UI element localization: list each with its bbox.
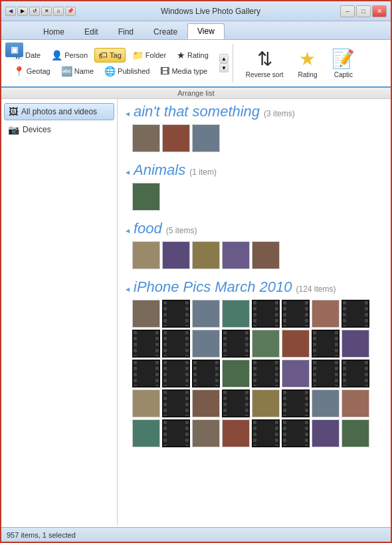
thumb[interactable] (222, 389, 250, 417)
thumb[interactable] (162, 124, 190, 152)
thumb[interactable] (192, 330, 220, 358)
sidebar-item-all-photos[interactable]: 🖼 All photos and videos (4, 103, 114, 120)
thumb[interactable] (312, 389, 340, 417)
minimize-button[interactable]: – (340, 5, 355, 17)
sidebar: 🖼 All photos and videos 📷 Devices (1, 99, 118, 525)
caption-button[interactable]: 📝 Captic (326, 45, 361, 82)
thumb[interactable] (222, 300, 250, 328)
tag-icon: 🏷 (98, 50, 108, 60)
thumb[interactable] (282, 389, 310, 417)
group-arrow-iphone[interactable]: ◂ (126, 284, 130, 294)
tab-view[interactable]: View (187, 23, 225, 39)
scroll-down-arrow[interactable]: ▼ (219, 63, 229, 72)
thumb[interactable] (132, 419, 160, 447)
thumb[interactable] (132, 183, 160, 211)
group-count-food: (5 items) (166, 226, 197, 235)
thumb[interactable] (342, 389, 369, 417)
published-button[interactable]: 🌐 Published (100, 64, 153, 78)
maximize-button[interactable]: □ (356, 5, 371, 17)
pin-button[interactable]: 📌 (65, 7, 76, 16)
group-animals: ◂ Animals (1 item) (124, 162, 384, 211)
thumb[interactable] (132, 389, 160, 417)
nav-controls[interactable]: ◀ ▶ ↺ ✕ ⌂ 📌 (5, 7, 76, 16)
app-menu-button[interactable]: ▣ (5, 43, 23, 57)
thumb[interactable] (162, 300, 190, 328)
thumb[interactable] (312, 300, 340, 328)
thumb[interactable] (282, 330, 310, 358)
thumb[interactable] (252, 241, 280, 269)
rating-big-button[interactable]: ★ Rating (292, 45, 324, 82)
content-area[interactable]: ◂ ain't that something (3 items) ◂ Anima… (118, 99, 391, 525)
thumb[interactable] (312, 330, 340, 358)
thumb[interactable] (342, 330, 369, 358)
name-icon: 🔤 (61, 66, 72, 76)
geotag-button[interactable]: 📍 Geotag (9, 64, 54, 78)
caption-icon: 📝 (332, 48, 355, 70)
thumb[interactable] (252, 330, 280, 358)
thumb[interactable] (132, 124, 160, 152)
group-aint: ◂ ain't that something (3 items) (124, 103, 384, 152)
folder-button[interactable]: 📁 Folder (128, 48, 170, 62)
thumb[interactable] (132, 330, 160, 358)
back-button[interactable]: ◀ (5, 7, 16, 16)
thumb[interactable] (192, 300, 220, 328)
tag-button[interactable]: 🏷 Tag (94, 48, 126, 62)
thumb[interactable] (162, 360, 190, 387)
thumb[interactable] (132, 241, 160, 269)
thumb[interactable] (342, 300, 369, 328)
group-arrow-aint[interactable]: ◂ (126, 109, 130, 118)
status-bar: 957 items, 1 selected (1, 527, 391, 542)
sidebar-item-devices[interactable]: 📷 Devices (4, 122, 114, 138)
reverse-sort-button[interactable]: ⇅ Reverse sort (240, 45, 290, 82)
ribbon-body: 📅 Date 👤 Person 🏷 Tag 📁 Folder ★ Rating (1, 40, 391, 88)
thumb[interactable] (192, 389, 220, 417)
thumb[interactable] (192, 419, 220, 447)
close-button[interactable]: ✕ (372, 5, 387, 17)
thumb[interactable] (252, 360, 280, 387)
tab-find[interactable]: Find (108, 24, 144, 39)
thumb[interactable] (222, 360, 250, 387)
window-controls[interactable]: – □ ✕ (340, 5, 387, 17)
group-title-animals: Animals (134, 162, 185, 179)
group-arrow-food[interactable]: ◂ (126, 226, 130, 235)
forward-button[interactable]: ▶ (17, 7, 28, 16)
thumb[interactable] (132, 360, 160, 387)
stop-button[interactable]: ✕ (41, 7, 52, 16)
devices-icon: 📷 (8, 124, 19, 135)
thumb[interactable] (252, 300, 280, 328)
thumb[interactable] (222, 419, 250, 447)
thumb[interactable] (162, 419, 190, 447)
thumb[interactable] (162, 241, 190, 269)
ribbon-scroll[interactable]: ▲ ▼ (218, 40, 230, 86)
thumb[interactable] (222, 241, 250, 269)
home-button[interactable]: ⌂ (53, 7, 64, 16)
scroll-up-arrow[interactable]: ▲ (219, 54, 229, 63)
thumb[interactable] (192, 124, 220, 152)
thumb[interactable] (162, 330, 190, 358)
name-button[interactable]: 🔤 Name (57, 64, 98, 78)
rating-button[interactable]: ★ Rating (173, 48, 213, 62)
tab-create[interactable]: Create (144, 24, 187, 39)
thumb[interactable] (312, 419, 340, 447)
person-button[interactable]: 👤 Person (47, 48, 92, 62)
thumb[interactable] (162, 389, 190, 417)
thumb[interactable] (342, 360, 369, 387)
thumb[interactable] (252, 389, 280, 417)
thumb[interactable] (282, 300, 310, 328)
thumb[interactable] (282, 419, 310, 447)
group-arrow-animals[interactable]: ◂ (126, 167, 130, 177)
refresh-button[interactable]: ↺ (29, 7, 40, 16)
tab-edit[interactable]: Edit (74, 24, 108, 39)
tab-home[interactable]: Home (33, 24, 74, 39)
thumb[interactable] (252, 419, 280, 447)
thumb[interactable] (222, 330, 250, 358)
thumb[interactable] (132, 300, 160, 328)
group-count-iphone: (124 items) (296, 284, 336, 294)
thumb[interactable] (192, 241, 220, 269)
thumb[interactable] (192, 360, 220, 387)
group-count-animals: (1 item) (189, 167, 217, 177)
thumb[interactable] (342, 419, 369, 447)
thumb[interactable] (312, 360, 340, 387)
thumb[interactable] (282, 360, 310, 387)
media-type-button[interactable]: 🎞 Media type (156, 64, 211, 78)
